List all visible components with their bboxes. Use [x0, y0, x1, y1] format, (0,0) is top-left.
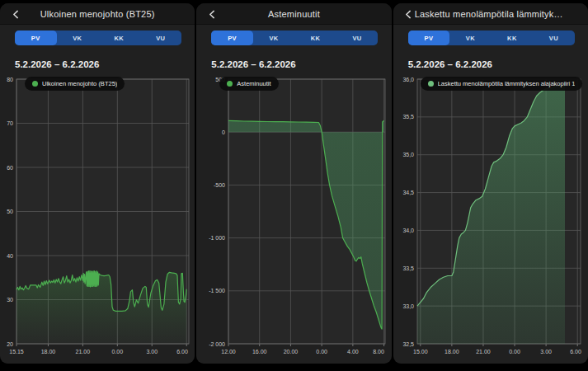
date-range-label: 5.2.2026 – 6.2.2026 — [211, 59, 391, 69]
date-range-label: 5.2.2026 – 6.2.2026 — [15, 59, 195, 69]
svg-text:-1 000: -1 000 — [209, 235, 225, 241]
page-title: Asteminuutit — [196, 9, 391, 19]
panel-laskettu-menolampotila: Laskettu menolämpötila lämmityksen ala..… — [393, 0, 588, 371]
series-dot-icon — [428, 81, 434, 87]
tab-vk[interactable]: VK — [57, 31, 99, 45]
chevron-left-icon — [208, 10, 217, 19]
svg-text:33,5: 33,5 — [402, 265, 414, 271]
svg-text:80: 80 — [7, 77, 13, 82]
tab-kk[interactable]: KK — [98, 31, 140, 45]
svg-text:21.00: 21.00 — [76, 349, 91, 355]
legend-label: Asteminuutit — [237, 80, 270, 87]
svg-text:70: 70 — [7, 120, 13, 126]
tab-vk[interactable]: VK — [449, 31, 492, 45]
period-tab-bar: PV VK KK VU — [15, 31, 181, 45]
panel-card: Asteminuutit PV VK KK VU 5.2.2026 – 6.2.… — [196, 3, 391, 364]
svg-text:6.00: 6.00 — [570, 349, 581, 355]
app-bar: Laskettu menolämpötila lämmityksen ala..… — [393, 3, 588, 25]
svg-text:-1 500: -1 500 — [209, 288, 225, 294]
svg-text:50: 50 — [7, 209, 13, 214]
back-button[interactable] — [401, 3, 417, 25]
legend-label: Ulkoinen menojohto (BT25) — [42, 80, 117, 87]
tab-vk[interactable]: VK — [253, 31, 295, 45]
panel-card: Laskettu menolämpötila lämmityksen ala..… — [393, 3, 588, 364]
app-bar: Asteminuutit — [196, 3, 391, 25]
svg-text:35,5: 35,5 — [402, 114, 414, 120]
tab-kk[interactable]: KK — [294, 31, 336, 45]
svg-text:20: 20 — [7, 341, 13, 347]
svg-text:-500: -500 — [214, 182, 225, 188]
svg-text:0.00: 0.00 — [509, 349, 520, 355]
chevron-left-icon — [404, 10, 413, 19]
svg-text:0: 0 — [222, 129, 225, 135]
date-range-label: 5.2.2026 – 6.2.2026 — [408, 59, 588, 69]
page-title: Laskettu menolämpötila lämmityksen ala..… — [393, 9, 588, 19]
svg-text:4.00: 4.00 — [347, 349, 359, 355]
svg-text:-2 000: -2 000 — [209, 341, 225, 347]
svg-text:15.00: 15.00 — [413, 349, 428, 355]
chart-legend[interactable]: Asteminuutit — [219, 77, 278, 91]
area-chart-canvas[interactable]: 5000-500-1 000-1 500-2 00012.0016.0020.0… — [198, 74, 389, 360]
area-chart-canvas[interactable]: 36,035,535,034,534,033,533,032,515.0018.… — [395, 74, 586, 360]
chart-area: 36,035,535,034,534,033,533,032,515.0018.… — [393, 74, 588, 360]
chevron-left-icon — [12, 10, 21, 19]
svg-text:34,5: 34,5 — [402, 190, 414, 195]
panel-card: Ulkoinen menojohto (BT25) PV VK KK VU 5.… — [0, 3, 195, 364]
period-tab-bar: PV VK KK VU — [211, 31, 378, 45]
series-dot-icon — [227, 81, 233, 87]
series-dot-icon — [32, 81, 38, 87]
back-button[interactable] — [204, 3, 220, 25]
legend-label: Laskettu menolämpötila lämmityksen alaja… — [438, 80, 576, 87]
tab-pv[interactable]: PV — [408, 31, 450, 45]
tab-vu[interactable]: VU — [533, 31, 575, 45]
panel-ulkoinen-menojohto: Ulkoinen menojohto (BT25) PV VK KK VU 5.… — [0, 0, 195, 371]
tab-pv[interactable]: PV — [211, 31, 253, 45]
chart-legend[interactable]: Ulkoinen menojohto (BT25) — [25, 77, 125, 91]
svg-text:0.00: 0.00 — [112, 349, 124, 355]
chart-area: 5000-500-1 000-1 500-2 00012.0016.0020.0… — [196, 74, 391, 360]
svg-text:3.00: 3.00 — [540, 349, 552, 355]
svg-text:6.00: 6.00 — [176, 349, 188, 355]
chart-legend[interactable]: Laskettu menolämpötila lämmityksen alaja… — [421, 77, 583, 91]
svg-text:60: 60 — [7, 165, 13, 171]
svg-text:32,5: 32,5 — [402, 341, 414, 347]
svg-text:33,0: 33,0 — [402, 303, 414, 309]
svg-text:18.00: 18.00 — [41, 349, 56, 355]
tab-kk[interactable]: KK — [492, 31, 534, 45]
svg-text:30: 30 — [7, 297, 13, 303]
svg-text:40: 40 — [7, 253, 13, 259]
panel-asteminuutit: Asteminuutit PV VK KK VU 5.2.2026 – 6.2.… — [196, 0, 391, 371]
svg-text:16.00: 16.00 — [252, 349, 267, 355]
svg-text:0.00: 0.00 — [317, 349, 328, 355]
line-chart-canvas[interactable]: 8070605040302015.1518.0021.000.003.006.0… — [2, 74, 193, 360]
svg-text:15.15: 15.15 — [9, 349, 24, 355]
svg-text:18.00: 18.00 — [445, 349, 459, 355]
svg-text:12.00: 12.00 — [222, 349, 237, 355]
svg-text:8.00: 8.00 — [374, 349, 385, 355]
tab-pv[interactable]: PV — [15, 31, 57, 45]
back-button[interactable] — [7, 3, 24, 25]
page-title: Ulkoinen menojohto (BT25) — [0, 9, 195, 19]
app-bar: Ulkoinen menojohto (BT25) — [0, 3, 195, 25]
svg-text:34,0: 34,0 — [402, 228, 414, 233]
tab-vu[interactable]: VU — [336, 31, 379, 45]
svg-text:35,0: 35,0 — [402, 152, 414, 157]
svg-text:21.00: 21.00 — [476, 349, 491, 355]
chart-area: 8070605040302015.1518.0021.000.003.006.0… — [0, 74, 195, 360]
svg-text:3.00: 3.00 — [146, 349, 158, 355]
period-tab-bar: PV VK KK VU — [408, 31, 575, 45]
svg-text:36,0: 36,0 — [402, 77, 414, 82]
svg-text:20.00: 20.00 — [284, 349, 299, 355]
tab-vu[interactable]: VU — [140, 31, 182, 45]
app-screen: Ulkoinen menojohto (BT25) PV VK KK VU 5.… — [0, 0, 588, 371]
